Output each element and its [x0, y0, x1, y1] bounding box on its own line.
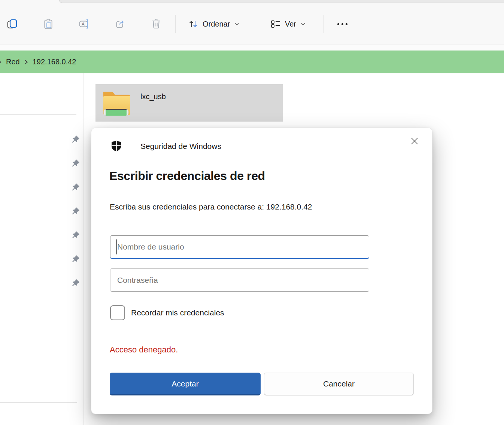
breadcrumb-item-red[interactable]: Red	[3, 56, 23, 68]
pin-icon[interactable]	[72, 135, 80, 143]
paste-icon	[43, 18, 54, 30]
dialog-subtitle: Escriba sus credenciales para conectarse…	[110, 202, 312, 211]
view-dropdown[interactable]: Ver	[267, 14, 310, 34]
view-icon	[270, 19, 281, 29]
toolbar-divider	[324, 15, 324, 33]
address-bar[interactable]: Red 192.168.0.42	[0, 51, 504, 73]
more-options-button[interactable]	[332, 16, 353, 32]
file-name: lxc_usb	[140, 92, 166, 101]
access-denied-error: Acceso denegado.	[110, 345, 178, 355]
dialog-title: Seguridad de Windows	[140, 142, 221, 151]
toolbar: A Ordenar	[0, 0, 504, 45]
sidebar-separator	[84, 73, 84, 425]
trash-icon	[151, 18, 162, 30]
cancel-button[interactable]: Cancelar	[264, 373, 414, 395]
delete-button[interactable]	[148, 16, 164, 32]
chevron-right-icon	[23, 59, 29, 65]
chevron-down-icon	[234, 21, 240, 27]
toolbar-gap	[0, 45, 504, 51]
password-input[interactable]	[110, 268, 369, 292]
network-folder-icon	[100, 88, 132, 118]
shield-icon	[110, 139, 122, 153]
accept-button[interactable]: Aceptar	[110, 373, 261, 395]
explorer-window: A Ordenar	[0, 0, 504, 425]
sort-icon	[188, 19, 198, 29]
remember-checkbox[interactable]	[110, 305, 125, 320]
remember-label[interactable]: Recordar mis credenciales	[131, 308, 224, 317]
svg-text:A: A	[82, 21, 85, 26]
share-icon	[115, 18, 126, 30]
rename-button[interactable]: A	[76, 16, 92, 32]
pin-icon[interactable]	[72, 159, 80, 167]
toolbar-divider	[175, 15, 176, 33]
close-icon	[410, 136, 419, 146]
share-button[interactable]	[112, 16, 128, 32]
chevron-down-icon	[300, 21, 306, 27]
sidebar-divider	[0, 114, 76, 115]
paste-button[interactable]	[40, 16, 57, 32]
copy-icon	[7, 18, 18, 30]
dialog-buttons: Aceptar Cancelar	[110, 373, 414, 395]
copy-button[interactable]	[4, 16, 21, 32]
pin-icon[interactable]	[72, 207, 80, 215]
dialog-heading: Escribir credenciales de red	[109, 169, 265, 183]
view-label: Ver	[285, 20, 296, 28]
sort-label: Ordenar	[203, 20, 230, 28]
pin-icon[interactable]	[72, 255, 80, 263]
pin-icon[interactable]	[72, 279, 80, 287]
sort-dropdown[interactable]: Ordenar	[184, 14, 243, 34]
password-field-wrapper	[110, 268, 369, 292]
username-input[interactable]	[110, 235, 369, 259]
username-field-wrapper	[110, 235, 369, 259]
sidebar-divider	[0, 402, 77, 403]
breadcrumb-item-host[interactable]: 192.168.0.42	[29, 56, 80, 68]
pin-icon[interactable]	[72, 183, 80, 191]
ellipsis-icon	[337, 23, 339, 25]
file-tile-lxc-usb[interactable]: lxc_usb	[95, 84, 283, 122]
close-button[interactable]	[408, 135, 421, 147]
chevron-right-icon	[0, 59, 3, 65]
pin-icon[interactable]	[72, 231, 80, 239]
windows-security-dialog: Seguridad de Windows Escribir credencial…	[91, 128, 432, 414]
tab-strip-edge	[59, 0, 504, 3]
remember-credentials-row: Recordar mis credenciales	[110, 305, 224, 320]
text-caret	[116, 239, 117, 254]
rename-icon: A	[79, 18, 90, 30]
